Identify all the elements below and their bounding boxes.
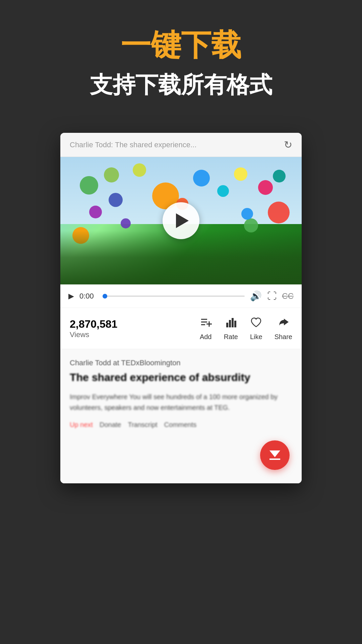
phone-mockup: Charlie Todd: The shared experience... ↻ bbox=[60, 133, 302, 483]
video-controls: ▶ 0:00 🔊 ⛶ CC bbox=[60, 284, 302, 308]
sub-title: 支持下载所有格式 bbox=[13, 70, 349, 99]
action-buttons: Add Rate bbox=[200, 316, 292, 341]
tab-donate[interactable]: Donate bbox=[100, 421, 121, 429]
main-title: 一键下载 bbox=[13, 27, 349, 63]
video-description: Improv Everywhere You will see hundreds … bbox=[70, 391, 292, 413]
content-section: Charlie Todd at TEDxBloomington The shar… bbox=[60, 349, 302, 483]
tab-transcript[interactable]: Transcript bbox=[128, 421, 157, 429]
tab-up-next[interactable]: Up next bbox=[70, 421, 93, 429]
add-label: Add bbox=[200, 333, 212, 341]
volume-icon[interactable]: 🔊 bbox=[250, 290, 262, 302]
download-fab-button[interactable] bbox=[260, 440, 290, 470]
download-icon bbox=[269, 450, 280, 460]
svg-rect-5 bbox=[226, 323, 228, 327]
refresh-icon[interactable]: ↻ bbox=[284, 139, 292, 151]
svg-rect-8 bbox=[234, 321, 236, 327]
play-button[interactable] bbox=[163, 202, 199, 239]
content-tabs: Up next Donate Transcript Comments bbox=[70, 421, 292, 434]
fullscreen-icon[interactable]: ⛶ bbox=[267, 290, 277, 302]
svg-rect-7 bbox=[232, 318, 234, 327]
captions-icon[interactable]: CC bbox=[282, 291, 294, 301]
play-control-icon[interactable]: ▶ bbox=[68, 292, 74, 301]
add-playlist-icon bbox=[200, 316, 212, 331]
add-button[interactable]: Add bbox=[200, 316, 212, 341]
like-icon bbox=[250, 316, 262, 331]
video-thumbnail[interactable] bbox=[60, 157, 302, 284]
views-label: Views bbox=[70, 330, 200, 339]
share-button[interactable]: Share bbox=[275, 316, 292, 341]
share-icon bbox=[277, 316, 289, 331]
channel-name: Charlie Todd at TEDxBloomington bbox=[70, 359, 292, 367]
url-text: Charlie Todd: The shared experience... bbox=[70, 141, 284, 149]
progress-bar[interactable] bbox=[105, 296, 245, 297]
views-section: 2,870,581 Views bbox=[70, 318, 200, 339]
views-count: 2,870,581 bbox=[70, 318, 200, 330]
time-display: 0:00 bbox=[79, 292, 100, 301]
share-label: Share bbox=[275, 333, 292, 341]
rate-icon bbox=[225, 316, 237, 331]
progress-dot bbox=[103, 294, 107, 299]
play-icon bbox=[176, 213, 189, 228]
like-label: Like bbox=[250, 333, 262, 341]
svg-rect-6 bbox=[229, 320, 231, 327]
like-button[interactable]: Like bbox=[250, 316, 262, 341]
stats-actions-bar: 2,870,581 Views Add bbox=[60, 308, 302, 349]
tab-comments[interactable]: Comments bbox=[164, 421, 197, 429]
rate-button[interactable]: Rate bbox=[224, 316, 238, 341]
video-title: The shared experience of absurdity bbox=[70, 371, 292, 385]
url-bar: Charlie Todd: The shared experience... ↻ bbox=[60, 133, 302, 157]
rate-label: Rate bbox=[224, 333, 238, 341]
